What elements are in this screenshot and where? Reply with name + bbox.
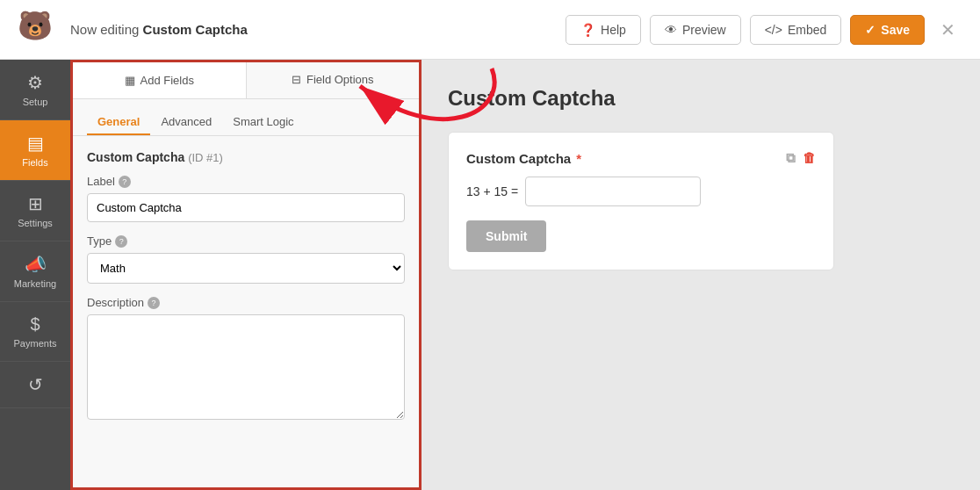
embed-button[interactable]: </> Embed	[750, 15, 842, 45]
sub-tab-advanced[interactable]: Advanced	[150, 110, 222, 135]
panel-body: Custom Captcha (ID #1) Label ? Type ? Ma…	[73, 136, 419, 487]
field-section-title: Custom Captcha (ID #1)	[87, 150, 405, 164]
description-field-label: Description ?	[87, 296, 405, 309]
help-button[interactable]: ❓ Help	[566, 15, 641, 45]
sidebar-item-marketing[interactable]: 📣 Marketing	[0, 241, 70, 302]
history-icon: ↺	[28, 374, 43, 395]
description-help-icon[interactable]: ?	[148, 297, 160, 309]
settings-icon: ⊞	[28, 193, 43, 214]
label-field-label: Label ?	[87, 175, 405, 188]
save-button[interactable]: ✓ Save	[850, 15, 925, 45]
sub-tab-smart-logic[interactable]: Smart Logic	[222, 110, 304, 135]
sub-tabs: General Advanced Smart Logic	[73, 99, 419, 136]
tab-add-fields[interactable]: ▦ Add Fields	[73, 62, 247, 98]
header-title: Now editing Custom Captcha	[70, 22, 248, 37]
sidebar-item-history[interactable]: ↺	[0, 362, 70, 408]
eye-icon: 👁	[665, 23, 677, 37]
math-equation-row: 13 + 15 =	[466, 177, 816, 206]
math-equation-text: 13 + 15 =	[466, 184, 518, 198]
sub-tab-general[interactable]: General	[87, 110, 150, 135]
payments-icon: $	[30, 314, 40, 335]
close-button[interactable]: ✕	[933, 16, 962, 44]
preview-button[interactable]: 👁 Preview	[650, 15, 741, 45]
type-help-icon[interactable]: ?	[115, 235, 127, 248]
panel-tabs: ▦ Add Fields ⊟ Field Options	[73, 62, 419, 99]
field-options-icon: ⊟	[292, 73, 301, 86]
gear-icon: ⚙	[27, 72, 43, 93]
preview-area: Custom Captcha Custom Captcha * ⧉ 🗑 13 +…	[422, 60, 980, 490]
sidebar-item-payments[interactable]: $ Payments	[0, 302, 70, 362]
code-icon: </>	[765, 23, 782, 37]
sidebar: ⚙ Setup ▤ Fields ⊞ Settings 📣 Marketing …	[0, 60, 70, 490]
header-right: ❓ Help 👁 Preview </> Embed ✓ Save ✕	[566, 15, 962, 45]
sidebar-item-fields[interactable]: ▤ Fields	[0, 120, 70, 181]
logo-bear-icon: 🐻	[18, 10, 53, 41]
field-action-icons: ⧉ 🗑	[786, 150, 816, 166]
copy-icon[interactable]: ⧉	[786, 150, 796, 166]
logo: 🐻	[18, 9, 60, 51]
label-help-icon[interactable]: ?	[119, 176, 131, 188]
add-fields-icon: ▦	[125, 74, 135, 87]
check-icon: ✓	[865, 23, 876, 37]
fields-icon: ▤	[27, 133, 44, 154]
header: 🐻 Now editing Custom Captcha ❓ Help 👁 Pr…	[0, 0, 980, 60]
form-preview-title: Custom Captcha	[448, 86, 954, 111]
tab-field-options[interactable]: ⊟ Field Options	[247, 62, 420, 98]
sidebar-item-settings[interactable]: ⊞ Settings	[0, 181, 70, 241]
delete-icon[interactable]: 🗑	[803, 150, 816, 166]
required-star: *	[576, 151, 581, 166]
form-card: Custom Captcha * ⧉ 🗑 13 + 15 = Submit	[448, 132, 834, 270]
marketing-icon: 📣	[25, 254, 47, 275]
submit-button[interactable]: Submit	[466, 220, 546, 252]
field-options-panel: ▦ Add Fields ⊟ Field Options General Adv…	[70, 60, 422, 490]
sidebar-item-setup[interactable]: ⚙ Setup	[0, 60, 70, 120]
math-answer-input[interactable]	[525, 177, 701, 206]
main-layout: ⚙ Setup ▤ Fields ⊞ Settings 📣 Marketing …	[0, 60, 980, 490]
type-select[interactable]: Math Question and Answer	[87, 253, 405, 284]
description-textarea[interactable]	[87, 314, 405, 420]
help-icon: ❓	[580, 23, 595, 37]
form-field-label: Custom Captcha * ⧉ 🗑	[466, 150, 816, 166]
label-input[interactable]	[87, 193, 405, 222]
header-left: 🐻 Now editing Custom Captcha	[18, 9, 248, 51]
type-field-label: Type ?	[87, 234, 405, 248]
